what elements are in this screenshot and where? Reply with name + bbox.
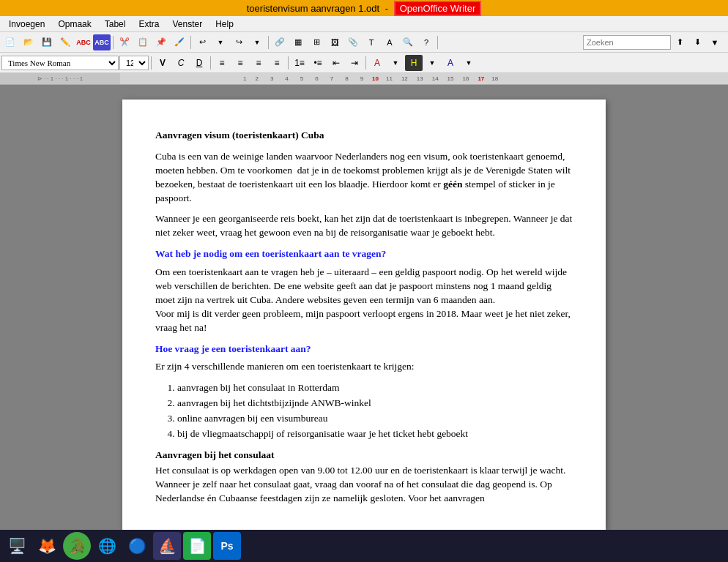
toolbar-formatting: Times New Roman 12 V C D ≡ ≡ ≡ ≡ 1≡ •≡ ⇤… xyxy=(0,53,728,73)
menu-extra[interactable]: Extra xyxy=(133,18,165,31)
taskbar-icon-chrome[interactable]: 🔵 xyxy=(123,532,151,560)
fontwork-button[interactable]: A xyxy=(381,34,398,50)
paragraph-1: Cuba is een van de weinige landen waarvo… xyxy=(155,150,573,206)
hyperlink-button[interactable]: 🔗 xyxy=(271,34,289,50)
menu-invoegen[interactable]: Invoegen xyxy=(3,18,51,31)
find-prev-button[interactable]: ⬆ xyxy=(671,34,688,50)
undo-button[interactable]: ↩ xyxy=(193,34,211,50)
redo-button[interactable]: ↪ xyxy=(230,34,248,50)
doc-title: Aanvragen visum (toeristenkaart) Cuba xyxy=(155,129,573,143)
list-manieren: aanvragen bij het consulaat in Rotterdam… xyxy=(177,381,573,441)
font-size-select[interactable]: 12 xyxy=(119,56,149,70)
filename: toeristenvisum aanvragen 1.odt xyxy=(247,3,379,14)
font-color-button[interactable]: A xyxy=(368,55,386,71)
taskbar-icon-files[interactable]: ⛵ xyxy=(153,532,181,560)
separator6 xyxy=(210,56,211,70)
italic-button[interactable]: C xyxy=(172,55,190,71)
heading-2: Hoe vraag je een toeristenkaart aan? xyxy=(155,342,573,356)
title-bar: toeristenvisum aanvragen 1.odt - OpenOff… xyxy=(0,0,728,16)
zoom-button[interactable]: 🔍 xyxy=(399,34,417,50)
increase-indent-button[interactable]: ⇥ xyxy=(346,55,363,71)
ruler-inner: 1 2 3 4 5 6 7 8 9 10 11 12 13 14 15 16 1… xyxy=(240,75,501,82)
decrease-indent-button[interactable]: ⇤ xyxy=(327,55,345,71)
heading-1: Wat heb je nodig om een toeristenkaart a… xyxy=(155,247,573,261)
paste-button[interactable]: 📌 xyxy=(152,34,170,50)
align-right-button[interactable]: ≡ xyxy=(250,55,267,71)
find-options-button[interactable]: ▼ xyxy=(706,34,724,50)
menu-venster[interactable]: Venster xyxy=(166,18,208,31)
highlight-drop[interactable]: ▼ xyxy=(423,55,441,71)
save-button[interactable]: 💾 xyxy=(38,34,56,50)
table2-button[interactable]: ⊞ xyxy=(308,34,325,50)
menu-opmaak[interactable]: Opmaak xyxy=(52,18,97,31)
font-color-drop[interactable]: ▼ xyxy=(387,55,404,71)
highlight-button[interactable]: H xyxy=(405,55,423,71)
toolbar-main: 📄 📂 💾 ✏️ ABC ABC ✂️ 📋 📌 🖌️ ↩ ▼ ↪ ▼ 🔗 ▦ ⊞… xyxy=(0,32,728,53)
taskbar-icon-firefox[interactable]: 🌐 xyxy=(93,532,121,560)
list-item-1: aanvragen bij het consulaat in Rotterdam xyxy=(177,381,573,395)
taskbar-icon-browser[interactable]: 🦊 xyxy=(33,532,61,560)
paper: Aanvragen visum (toeristenkaart) Cuba Cu… xyxy=(122,100,606,530)
spell-abc-button[interactable]: ABC xyxy=(75,34,92,50)
taskbar-icon-writer[interactable]: 📄 xyxy=(183,532,211,560)
separator4 xyxy=(437,36,438,49)
menu-help[interactable]: Help xyxy=(209,18,239,31)
cut-button[interactable]: ✂️ xyxy=(116,34,133,50)
separator8 xyxy=(365,56,366,70)
separator3 xyxy=(268,36,269,49)
spell-abc2-button[interactable]: ABC xyxy=(93,34,111,50)
insert-image-button[interactable]: 🖼 xyxy=(326,34,343,50)
paragraph-4: Er zijn 4 verschillende manieren om een … xyxy=(155,360,573,374)
title-bar-text: toeristenvisum aanvragen 1.odt - OpenOff… xyxy=(247,1,482,16)
new-button[interactable]: 📄 xyxy=(1,34,19,50)
redo-drop-button[interactable]: ▼ xyxy=(248,34,266,50)
list-item-4: bij de vliegmaatschappij of reisorganisa… xyxy=(177,427,573,441)
separator5 xyxy=(151,56,152,70)
open-button[interactable]: 📂 xyxy=(20,34,37,50)
menu-tabel[interactable]: Tabel xyxy=(99,18,132,31)
list-item-3: online aanvragen bij een visumbureau xyxy=(177,412,573,426)
taskbar-icon-photoshop[interactable]: Ps xyxy=(213,532,241,560)
font-name-select[interactable]: Times New Roman xyxy=(1,56,119,70)
align-center-button[interactable]: ≡ xyxy=(231,55,249,71)
separator1 xyxy=(113,36,114,49)
paragraph-3: Om een toeristenkaart aan te vragen heb … xyxy=(155,266,573,334)
taskbar-icon-notes[interactable]: 🐊 xyxy=(63,532,91,560)
separator7 xyxy=(288,56,289,70)
list-item-2: aanvragen bij het dichtstbijzijnde ANWB-… xyxy=(177,397,573,411)
title-separator: - xyxy=(382,3,391,14)
table-button[interactable]: ▦ xyxy=(289,34,307,50)
paragraph-consulaat-body: Het consulaat is op werkdagen open van 9… xyxy=(155,464,573,506)
paragraph-2: Wanneer je een georganiseerde reis boekt… xyxy=(155,212,573,240)
insert2-button[interactable]: 📎 xyxy=(344,34,362,50)
app-name: OpenOffice Writer xyxy=(394,1,482,16)
edit-button[interactable]: ✏️ xyxy=(56,34,74,50)
align-left-button[interactable]: ≡ xyxy=(213,55,231,71)
ordered-list-button[interactable]: 1≡ xyxy=(291,55,308,71)
document-area: Aanvragen visum (toeristenkaart) Cuba Cu… xyxy=(0,85,728,544)
separator2 xyxy=(190,36,191,49)
paragraph-consulaat-title: Aanvragen bij het consulaat xyxy=(155,449,573,462)
taskbar-icon-system[interactable]: 🖥️ xyxy=(3,532,31,560)
char-bg-drop[interactable]: ▼ xyxy=(460,55,478,71)
find-next-button[interactable]: ⬇ xyxy=(688,34,706,50)
help-button[interactable]: ? xyxy=(417,34,435,50)
search-input[interactable] xyxy=(583,35,671,50)
taskbar: 🖥️ 🦊 🐊 🌐 🔵 ⛵ 📄 Ps xyxy=(0,530,728,562)
bold-button[interactable]: V xyxy=(154,55,171,71)
search-box[interactable]: ⬆ ⬇ ▼ xyxy=(583,34,724,50)
copy-button[interactable]: 📋 xyxy=(134,34,152,50)
align-justify-button[interactable]: ≡ xyxy=(268,55,286,71)
char-bg-button[interactable]: A xyxy=(442,55,459,71)
underline-button[interactable]: D xyxy=(190,55,208,71)
textbox-button[interactable]: T xyxy=(363,34,380,50)
unordered-list-button[interactable]: •≡ xyxy=(309,55,327,71)
menu-bar: Invoegen Opmaak Tabel Extra Venster Help xyxy=(0,16,728,32)
ruler: ⊳ · · 1 · · · 1 · · · 1 1 2 3 4 5 6 7 8 … xyxy=(0,73,728,85)
undo-drop-button[interactable]: ▼ xyxy=(212,34,229,50)
format-paint-button[interactable]: 🖌️ xyxy=(171,34,188,50)
